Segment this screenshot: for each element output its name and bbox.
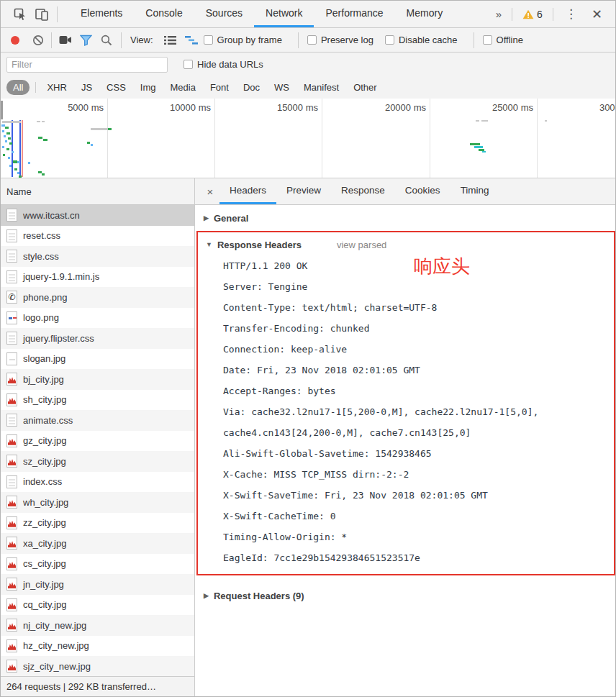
- request-row[interactable]: www.itcast.cn: [1, 205, 194, 226]
- headers-content: ▶ General ▼ Response Headers view parsed…: [195, 205, 615, 696]
- request-row[interactable]: slogan.jpg: [1, 349, 194, 370]
- request-headers-section-header[interactable]: ▶ Request Headers (9): [195, 583, 615, 609]
- hide-data-urls-checkbox[interactable]: Hide data URLs: [184, 59, 263, 70]
- imgred-file-icon: [6, 455, 17, 468]
- tab-sources[interactable]: Sources: [194, 1, 254, 27]
- logo-file-icon: [6, 311, 17, 324]
- imgred-file-icon: [6, 660, 17, 673]
- close-devtools-icon[interactable]: ✕: [584, 6, 610, 22]
- type-filter-font[interactable]: Font: [204, 80, 235, 95]
- tab-elements[interactable]: Elements: [69, 1, 134, 27]
- request-row[interactable]: jquery.flipster.css: [1, 328, 194, 349]
- request-row[interactable]: sz_city.jpg: [1, 451, 194, 472]
- request-row[interactable]: cs_city.jpg: [1, 554, 194, 575]
- preserve-log-checkbox[interactable]: Preserve log: [307, 35, 373, 45]
- timeline-request-mark: [38, 137, 42, 139]
- type-filter-other[interactable]: Other: [347, 80, 384, 95]
- record-network-log-button[interactable]: [11, 36, 19, 45]
- capture-screenshots-icon[interactable]: [56, 29, 75, 51]
- response-header-line: Timing-Allow-Origin: *: [198, 527, 614, 547]
- details-tab-preview[interactable]: Preview: [276, 178, 331, 204]
- type-filter-css[interactable]: CSS: [100, 80, 132, 95]
- request-row[interactable]: xa_city.jpg: [1, 533, 194, 554]
- clear-network-log-icon[interactable]: [30, 29, 47, 51]
- type-filter-ws[interactable]: WS: [268, 80, 296, 95]
- view-parsed-link[interactable]: view parsed: [337, 240, 386, 250]
- doc-file-icon: [6, 332, 17, 345]
- device-toolbar-icon[interactable]: [31, 4, 53, 25]
- type-filter-doc[interactable]: Doc: [237, 80, 266, 95]
- response-header-line: Connection: keep-alive: [198, 339, 614, 360]
- type-filter-xhr[interactable]: XHR: [40, 80, 73, 95]
- devtools-menu-icon[interactable]: ⋮: [558, 6, 584, 22]
- imgred-file-icon: [6, 537, 17, 550]
- timeline-request-mark: [482, 151, 486, 152]
- request-row[interactable]: gz_city.jpg: [1, 431, 194, 452]
- request-row[interactable]: index.css: [1, 472, 194, 493]
- request-row[interactable]: hz_city_new.jpg: [1, 636, 194, 657]
- details-tab-response[interactable]: Response: [331, 178, 395, 204]
- request-row[interactable]: jn_city.jpg: [1, 574, 194, 595]
- details-tab-cookies[interactable]: Cookies: [395, 178, 450, 204]
- request-row[interactable]: wh_city.jpg: [1, 492, 194, 513]
- request-row[interactable]: animate.css: [1, 410, 194, 431]
- console-warnings-badge[interactable]: 6: [517, 9, 548, 20]
- offline-checkbox[interactable]: Offline: [483, 35, 523, 45]
- request-name: animate.css: [23, 415, 73, 426]
- response-header-line: X-Cache: MISS TCP_MISS dirn:-2:-2: [198, 464, 614, 485]
- imgred-file-icon: [6, 516, 17, 529]
- request-name: sjz_city_new.jpg: [23, 661, 91, 672]
- request-row[interactable]: zz_city.jpg: [1, 513, 194, 534]
- request-row[interactable]: sh_city.jpg: [1, 390, 194, 411]
- type-filter-img[interactable]: Img: [134, 80, 163, 95]
- type-filter-manifest[interactable]: Manifest: [297, 80, 345, 95]
- request-row[interactable]: bj_city.jpg: [1, 369, 194, 390]
- type-filter-media[interactable]: Media: [163, 80, 201, 95]
- request-row[interactable]: logo.png: [1, 308, 194, 329]
- request-row[interactable]: phone.png: [1, 287, 194, 308]
- name-column-header[interactable]: Name: [1, 178, 194, 205]
- request-row[interactable]: reset.css: [1, 226, 194, 247]
- request-row[interactable]: jquery-1.9.1.min.js: [1, 267, 194, 288]
- view-label: View:: [130, 35, 153, 45]
- preserve-log-label: Preserve log: [321, 35, 373, 45]
- tab-network[interactable]: Network: [254, 1, 314, 27]
- search-icon[interactable]: [96, 29, 117, 51]
- overview-handle: [1, 101, 3, 119]
- request-row[interactable]: cq_city.jpg: [1, 595, 194, 616]
- request-row[interactable]: nj_city_new.jpg: [1, 615, 194, 636]
- disable-cache-checkbox[interactable]: Disable cache: [385, 35, 458, 45]
- phone-file-icon: [6, 291, 17, 304]
- inspect-element-icon[interactable]: [9, 4, 31, 25]
- type-filter-js[interactable]: JS: [75, 80, 99, 95]
- divider: [553, 8, 553, 21]
- filter-icon[interactable]: [75, 29, 96, 51]
- tab-memory[interactable]: Memory: [395, 1, 455, 27]
- request-row[interactable]: sjz_city_new.jpg: [1, 656, 194, 676]
- filter-input[interactable]: [6, 57, 168, 73]
- request-name: cs_city.jpg: [23, 558, 66, 569]
- use-large-rows-icon[interactable]: [160, 29, 181, 51]
- response-header-line: Server: Tengine: [198, 276, 614, 297]
- filter-row: Hide data URLs: [1, 53, 615, 76]
- request-row[interactable]: style.css: [1, 246, 194, 267]
- tab-performance[interactable]: Performance: [314, 1, 394, 27]
- response-header-line: X-Swift-SaveTime: Fri, 23 Nov 2018 02:01…: [198, 485, 614, 506]
- general-section-header[interactable]: ▶ General: [195, 205, 615, 231]
- request-name: logo.png: [23, 312, 59, 323]
- response-header-line: HTTP/1.1 200 OK: [198, 255, 614, 276]
- more-panels-chevron[interactable]: »: [489, 8, 507, 20]
- close-details-icon[interactable]: ×: [201, 178, 219, 204]
- timeline-gridline: [107, 99, 108, 178]
- group-by-frame-checkbox[interactable]: Group by frame: [204, 35, 282, 45]
- doc-file-icon: [6, 270, 17, 283]
- details-tab-headers[interactable]: Headers: [219, 178, 276, 204]
- details-tab-timing[interactable]: Timing: [450, 178, 499, 204]
- show-overview-icon[interactable]: [181, 29, 202, 51]
- network-overview-timeline[interactable]: 5000 ms10000 ms15000 ms20000 ms25000 ms3…: [1, 99, 615, 178]
- response-headers-title: Response Headers: [217, 240, 302, 250]
- response-headers-section-header[interactable]: ▼ Response Headers view parsed: [198, 234, 614, 255]
- type-filter-all[interactable]: All: [6, 80, 30, 95]
- tab-console[interactable]: Console: [134, 1, 194, 27]
- resource-type-filters: AllXHRJSCSSImgMediaFontDocWSManifestOthe…: [1, 76, 615, 99]
